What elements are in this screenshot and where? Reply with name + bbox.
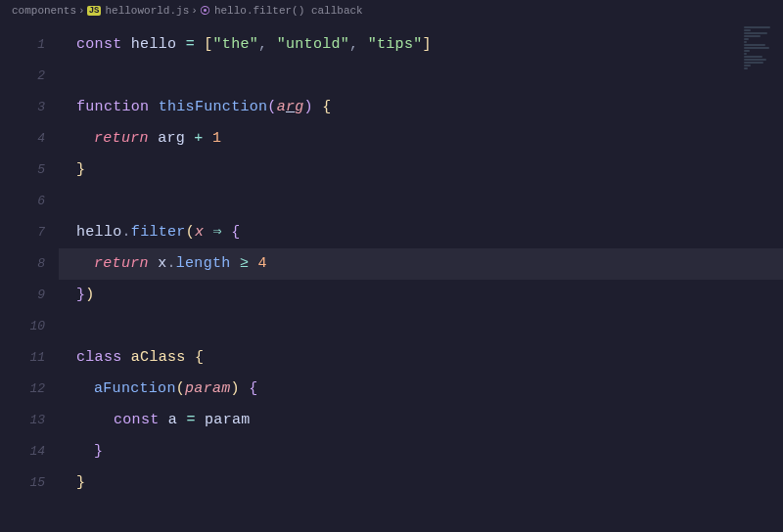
code-line[interactable]: const a = param: [59, 405, 783, 436]
code-line[interactable]: hello.filter(x ⇒ {: [59, 217, 783, 248]
code-line[interactable]: [59, 311, 783, 342]
code-line[interactable]: class aClass {: [59, 342, 783, 374]
chevron-right-icon: ›: [78, 5, 85, 17]
token: filter: [131, 224, 186, 241]
token: }: [76, 474, 85, 491]
token: a: [277, 99, 286, 115]
token: 4: [257, 255, 266, 272]
token: return: [94, 255, 158, 272]
token: function: [76, 99, 159, 115]
token: thisFunction: [159, 99, 268, 115]
breadcrumb-bar: components › JS helloworld.js › ⦿ hello.…: [0, 0, 783, 22]
code-line[interactable]: }: [59, 155, 783, 186]
code-editor[interactable]: 123456789101112131415 const hello = ["th…: [0, 22, 783, 532]
code-area[interactable]: const hello = ["the", "untold", "tips"]f…: [59, 22, 783, 532]
line-number: 15: [0, 467, 59, 499]
chevron-right-icon: ›: [191, 5, 198, 17]
breadcrumb-folder[interactable]: components: [12, 5, 76, 17]
line-number: 13: [0, 405, 59, 436]
token: {: [231, 224, 240, 241]
token: +: [194, 130, 212, 147]
token: aFunction: [94, 380, 176, 397]
token: class: [76, 349, 131, 366]
line-number: 5: [0, 155, 59, 186]
line-number: 9: [0, 280, 59, 311]
token: }: [76, 161, 85, 178]
line-number: 7: [0, 217, 59, 248]
line-number: 14: [0, 436, 59, 467]
token: (: [267, 99, 276, 115]
code-line[interactable]: }: [59, 467, 783, 499]
breadcrumb-symbol[interactable]: ⦿ hello.filter() callback: [200, 5, 363, 18]
token: "tips": [368, 36, 423, 53]
code-line[interactable]: return arg + 1: [59, 123, 783, 155]
token: [: [204, 36, 212, 53]
token: aClass: [131, 349, 195, 366]
token: (: [186, 224, 195, 241]
code-line[interactable]: }): [59, 280, 783, 311]
token: "untold": [277, 36, 349, 53]
token: ≥: [240, 255, 258, 272]
code-line[interactable]: function thisFunction(arg) {: [59, 92, 783, 123]
minimap[interactable]: [744, 25, 777, 70]
token: arg: [158, 130, 194, 147]
token: r: [286, 99, 295, 115]
line-number: 3: [0, 92, 59, 123]
token: g: [295, 99, 303, 115]
token: "the": [213, 36, 259, 53]
token: hello: [76, 224, 122, 241]
code-line[interactable]: }: [59, 436, 783, 467]
token: ,: [349, 36, 368, 53]
token: ]: [423, 36, 432, 53]
token: ⇒: [213, 224, 232, 241]
token: const: [114, 412, 168, 428]
token: =: [186, 36, 205, 53]
token: return: [94, 130, 158, 147]
token: length: [176, 255, 240, 272]
token: (: [176, 380, 185, 397]
token: ): [85, 287, 94, 303]
code-line[interactable]: return x.length ≥ 4: [59, 248, 783, 280]
token: {: [195, 349, 204, 366]
token: ,: [258, 36, 277, 53]
line-number: 8: [0, 248, 59, 280]
line-number: 2: [0, 61, 59, 92]
line-number: 4: [0, 123, 59, 155]
token: {: [249, 380, 257, 397]
token: ): [304, 99, 323, 115]
code-line[interactable]: const hello = ["the", "untold", "tips"]: [59, 29, 783, 61]
line-number-gutter: 123456789101112131415: [0, 22, 59, 532]
line-number: 11: [0, 342, 59, 374]
token: }: [94, 443, 103, 460]
token: param: [185, 380, 231, 397]
line-number: 12: [0, 374, 59, 405]
method-icon: ⦿: [200, 5, 210, 18]
breadcrumb-file[interactable]: JS helloworld.js: [87, 5, 190, 17]
line-number: 6: [0, 186, 59, 217]
token: a: [168, 412, 187, 428]
token: hello: [131, 36, 186, 53]
token: }: [76, 287, 85, 303]
code-line[interactable]: [59, 186, 783, 217]
token: =: [186, 412, 205, 428]
token: 1: [212, 130, 221, 147]
token: .: [166, 255, 175, 272]
code-line[interactable]: [59, 61, 783, 92]
token: {: [322, 99, 331, 115]
token: x: [195, 224, 213, 241]
token: .: [122, 224, 131, 241]
token: const: [76, 36, 131, 53]
line-number: 10: [0, 311, 59, 342]
token: ): [231, 380, 250, 397]
token: param: [205, 412, 251, 428]
js-file-icon: JS: [87, 6, 102, 16]
code-line[interactable]: aFunction(param) {: [59, 374, 783, 405]
line-number: 1: [0, 29, 59, 61]
